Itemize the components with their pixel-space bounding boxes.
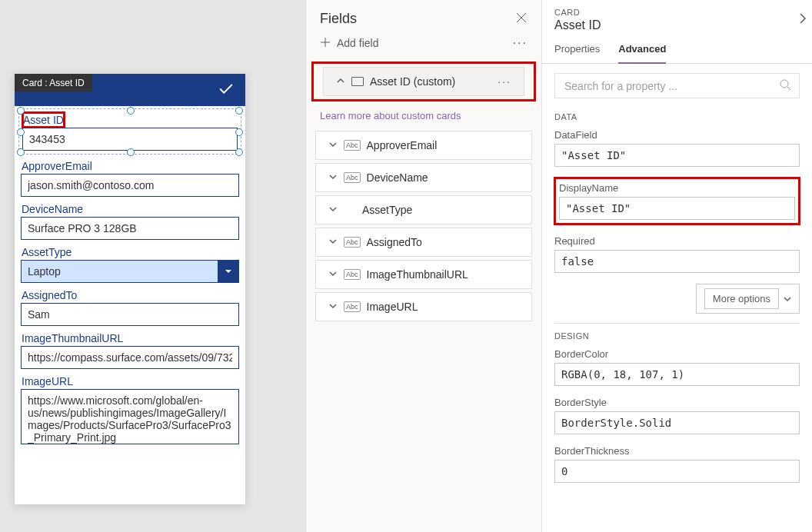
tab-advanced[interactable]: Advanced (618, 38, 666, 64)
property-search[interactable] (554, 73, 800, 98)
property-label: BorderStyle (554, 397, 800, 408)
field-item[interactable]: AbcAssignedTo (315, 228, 532, 257)
canvas-area: Card : Asset ID Asset IDApproverEmailDev… (0, 0, 305, 532)
more-options-label: More options (704, 288, 779, 309)
property-label: DataField (554, 129, 800, 141)
resize-handle[interactable] (17, 148, 25, 156)
learn-more-link[interactable]: Learn more about custom cards (306, 102, 541, 128)
properties-panel: CARD Asset ID Properties Advanced DATA D… (542, 0, 812, 532)
form-card[interactable]: ApproverEmail (21, 158, 239, 197)
field-item-label: Asset ID (custom) (370, 75, 455, 88)
svg-point-4 (780, 80, 788, 88)
add-field-label: Add field (337, 37, 378, 49)
section-design-label: DESIGN (554, 323, 800, 341)
form-field-input[interactable] (21, 217, 239, 240)
property-group: DisplayName (554, 178, 800, 224)
resize-handle[interactable] (17, 107, 25, 115)
text-type-icon: Abc (344, 269, 361, 280)
field-item[interactable]: Asset ID (custom)··· (323, 67, 524, 96)
chevron-down-icon[interactable] (328, 268, 338, 281)
property-input[interactable] (559, 197, 795, 220)
add-field-button[interactable]: Add field (320, 37, 378, 50)
plus-icon (320, 37, 331, 50)
field-item[interactable]: AbcImageURL (315, 292, 532, 321)
form-field-label: AssignedTo (21, 288, 78, 303)
form-field-input[interactable] (21, 174, 239, 197)
property-label: Required (554, 235, 800, 247)
form-card[interactable]: Asset ID (21, 111, 239, 152)
property-input[interactable] (554, 250, 800, 273)
chevron-down-icon[interactable] (328, 301, 338, 313)
property-group: Required (554, 235, 800, 273)
grid-icon (344, 204, 356, 216)
search-icon (779, 78, 791, 93)
form-card[interactable]: ImageThumbnailURL (21, 331, 239, 369)
field-item[interactable]: AbcApproverEmail (315, 131, 532, 160)
property-label: BorderColor (554, 348, 800, 360)
field-item-label: ImageURL (367, 301, 418, 313)
text-type-icon: Abc (344, 172, 361, 183)
property-group: BorderThickness (554, 445, 800, 483)
breadcrumb: CARD (554, 8, 800, 17)
properties-title: Asset ID (554, 17, 800, 38)
form-card[interactable]: AssignedTo (21, 288, 239, 326)
more-options-button[interactable]: More options (696, 284, 800, 314)
resize-handle[interactable] (235, 148, 243, 156)
property-search-input[interactable] (563, 79, 779, 93)
field-item-label: AssignedTo (367, 236, 422, 248)
field-item-more-icon[interactable]: ··· (498, 75, 511, 88)
chevron-down-icon[interactable] (328, 236, 338, 248)
field-item[interactable]: AbcImageThumbnailURL (315, 260, 532, 289)
form-card[interactable]: DeviceName (21, 201, 239, 240)
property-group: DataField (554, 129, 800, 167)
form-field-label: Asset ID (22, 112, 65, 128)
form-field-input[interactable] (22, 128, 238, 151)
field-item-label: DeviceName (367, 171, 428, 184)
field-item-label: ImageThumbnailURL (367, 268, 468, 281)
selected-card-tag: Card : Asset ID (15, 74, 92, 91)
fields-panel: Fields Add field ··· Asset ID (custom)··… (305, 0, 542, 532)
property-label: DisplayName (559, 182, 795, 194)
text-type-icon: Abc (344, 301, 361, 312)
field-item[interactable]: AssetType (315, 195, 532, 224)
accept-icon[interactable] (218, 81, 235, 100)
field-item[interactable]: AbcDeviceName (315, 163, 532, 192)
chevron-right-icon[interactable] (798, 12, 807, 27)
resize-handle[interactable] (127, 148, 135, 156)
form-field-textarea[interactable] (21, 389, 239, 444)
form-field-label: DeviceName (21, 201, 84, 217)
section-data-label: DATA (554, 112, 800, 121)
field-item-label: ApproverEmail (367, 139, 438, 151)
chevron-down-icon[interactable] (218, 260, 239, 283)
property-group: BorderColor (554, 348, 800, 386)
svg-line-5 (787, 87, 790, 90)
resize-handle[interactable] (127, 107, 135, 115)
chevron-up-icon[interactable] (336, 75, 345, 88)
form-field-input[interactable] (21, 303, 239, 326)
form-field-label: ImageURL (21, 374, 74, 389)
resize-handle[interactable] (235, 107, 243, 115)
property-input[interactable] (554, 460, 800, 483)
property-input[interactable] (554, 144, 800, 167)
form-field-label: AssetType (21, 244, 72, 260)
property-group: BorderStyle (554, 397, 800, 434)
resize-handle[interactable] (17, 128, 25, 136)
property-input[interactable] (554, 363, 800, 386)
chevron-down-icon[interactable] (328, 139, 338, 151)
fields-more-icon[interactable]: ··· (513, 36, 527, 50)
property-label: BorderThickness (554, 445, 800, 457)
resize-handle[interactable] (235, 128, 243, 136)
tab-properties[interactable]: Properties (554, 38, 600, 63)
text-type-icon: Abc (344, 237, 361, 248)
property-input[interactable] (554, 411, 800, 434)
chevron-down-icon[interactable] (328, 204, 338, 216)
form-field-select[interactable]: Laptop (21, 260, 218, 283)
text-type-icon: Abc (344, 140, 361, 151)
form-card[interactable]: ImageURL (21, 374, 239, 447)
form-field-input[interactable] (21, 346, 239, 369)
form-field-label: ApproverEmail (21, 158, 93, 174)
form-card[interactable]: AssetTypeLaptop (21, 244, 239, 283)
chevron-down-icon[interactable] (328, 171, 338, 184)
form-field-label: ImageThumbnailURL (21, 331, 124, 346)
close-icon[interactable] (515, 12, 527, 26)
